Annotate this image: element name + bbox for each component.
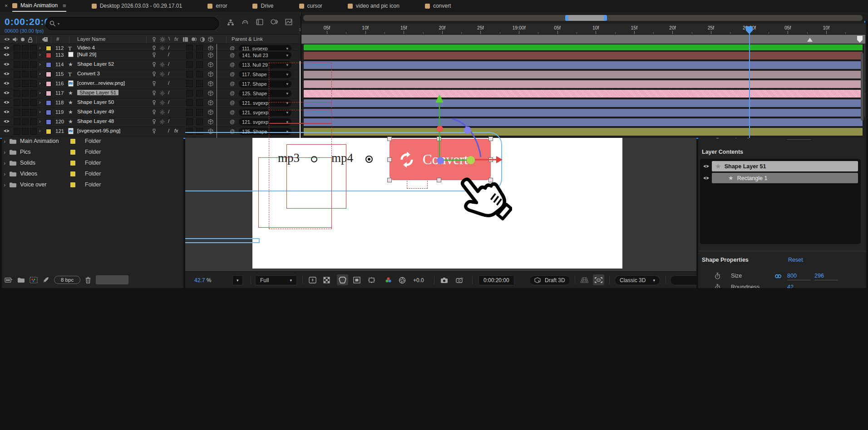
layer-row[interactable]: ›117★Shape Layer 51/@125. Shape▾ <box>0 89 300 98</box>
lock-toggle[interactable] <box>30 128 37 135</box>
frame-blend-toggle[interactable] <box>186 109 193 116</box>
solo-toggle[interactable] <box>22 99 29 106</box>
parent-dropdown[interactable]: 141. Null 23▾ <box>239 52 291 59</box>
snapshot-camera-icon[interactable] <box>440 272 448 288</box>
layer-expander-icon[interactable]: › <box>39 45 41 50</box>
project-item-name[interactable]: Pics <box>20 149 31 155</box>
mp4-radio-selected[interactable] <box>365 156 373 163</box>
quality-switch[interactable]: / <box>168 118 169 124</box>
eye-icon[interactable] <box>700 176 712 180</box>
label-color-chip[interactable] <box>70 160 76 166</box>
pickwhip-icon[interactable]: @ <box>230 81 235 86</box>
eye-icon[interactable] <box>3 91 10 95</box>
quality-switch[interactable]: / <box>168 90 169 95</box>
motion-blur-toggle[interactable] <box>196 90 203 97</box>
timeline-tab[interactable]: video and pic icon <box>348 0 399 12</box>
solo-toggle[interactable] <box>22 128 29 135</box>
lock-toggle[interactable] <box>30 90 37 97</box>
timeline-scrollbar[interactable] <box>861 53 863 121</box>
selection-handle[interactable] <box>488 137 493 141</box>
layer-row[interactable]: ›119★Shape Layer 49/@121. svgexp▾ <box>0 108 300 117</box>
motion-blur-toggle[interactable] <box>196 61 203 68</box>
eye-icon[interactable] <box>700 164 712 168</box>
selection-handle[interactable] <box>437 178 441 182</box>
lock-toggle[interactable] <box>30 71 37 78</box>
layer-contents-item[interactable]: ★Shape Layer 51 <box>700 161 861 172</box>
timeline-tab[interactable]: Drive <box>252 0 273 12</box>
eye-icon[interactable] <box>3 46 10 50</box>
draft-3d-button[interactable]: Draft 3D <box>529 272 570 288</box>
keyframe-marker[interactable] <box>807 38 813 42</box>
mp3-radio-unselected[interactable] <box>311 156 317 162</box>
eye-icon[interactable] <box>3 129 10 133</box>
rasterize-switch[interactable] <box>160 72 165 77</box>
quality-switch[interactable]: / <box>168 61 169 67</box>
collapse-switch[interactable] <box>151 128 157 134</box>
row-expander-icon[interactable]: › <box>4 149 5 156</box>
layer-expander-icon[interactable]: › <box>39 99 41 105</box>
solo-toggle[interactable] <box>22 109 29 116</box>
layer-expander-icon[interactable]: › <box>39 128 41 133</box>
layer-duration-bar[interactable] <box>304 71 863 78</box>
3d-layer-switch[interactable] <box>208 81 213 87</box>
pickwhip-icon[interactable]: @ <box>230 109 235 115</box>
rasterize-switch[interactable] <box>160 119 165 124</box>
layer-name[interactable]: [Null 29] <box>77 52 96 57</box>
3d-gizmo-view-icon[interactable] <box>593 274 604 285</box>
layer-label-chip[interactable] <box>46 110 51 115</box>
quality-switch[interactable]: / <box>168 52 169 57</box>
timeline-tab[interactable]: Main Animation≡ <box>12 0 66 12</box>
motion-blur-toggle[interactable] <box>196 80 203 87</box>
layer-label-chip[interactable] <box>46 100 51 106</box>
layer-label-chip[interactable] <box>46 119 51 125</box>
project-item-name[interactable]: Videos <box>20 171 37 177</box>
audio-toggle[interactable] <box>14 128 20 135</box>
project-row[interactable]: ›SolidsFolder <box>2 158 183 169</box>
eye-icon[interactable] <box>3 72 10 76</box>
time-ruler[interactable]: 05f10f15f20f25f19:00f05f10f15f20f25f20:0… <box>301 24 865 34</box>
eye-icon[interactable] <box>3 62 10 66</box>
collapse-switch[interactable] <box>151 52 157 58</box>
quality-switch[interactable]: / <box>168 99 169 105</box>
layer-expander-icon[interactable]: › <box>39 90 41 95</box>
exposure-shutter-icon[interactable] <box>399 272 406 288</box>
audio-toggle[interactable] <box>14 80 20 87</box>
3d-layer-switch[interactable] <box>208 45 213 51</box>
property-value[interactable]: 296 <box>814 273 838 280</box>
layer-name[interactable]: Convert 3 <box>77 71 100 76</box>
audio-toggle[interactable] <box>14 71 20 78</box>
layer-duration-bar[interactable] <box>304 109 863 117</box>
project-item-name[interactable]: Voice over <box>20 181 46 188</box>
audio-toggle[interactable] <box>14 90 20 97</box>
solo-column-icon[interactable] <box>21 38 25 41</box>
selection-handle[interactable] <box>387 137 392 141</box>
eye-icon[interactable] <box>3 119 10 123</box>
motion-blur-toggle[interactable] <box>196 45 203 51</box>
frame-blend-toggle[interactable] <box>186 90 193 97</box>
frame-blend-toggle[interactable] <box>186 99 193 106</box>
frame-blend-toggle[interactable] <box>186 45 193 51</box>
layer-row[interactable]: ›116[conver...review.png]/@117. Shape▾ <box>0 79 300 89</box>
audio-toggle[interactable] <box>14 99 20 106</box>
motion-blur-toggle[interactable] <box>196 99 203 106</box>
lock-toggle[interactable] <box>30 109 37 116</box>
layer-duration-bar[interactable] <box>304 80 863 88</box>
selection-handle[interactable] <box>437 137 441 141</box>
pickwhip-icon[interactable]: @ <box>230 62 235 67</box>
transparency-grid-icon[interactable] <box>323 272 330 288</box>
stopwatch-icon[interactable] <box>715 284 720 288</box>
audio-toggle[interactable] <box>14 118 20 125</box>
label-color-chip[interactable] <box>70 149 76 155</box>
frame-blend-toggle[interactable] <box>186 118 193 125</box>
layer-name[interactable]: Shape Layer 50 <box>77 99 114 105</box>
collapse-switch[interactable] <box>151 45 157 51</box>
stopwatch-icon[interactable] <box>715 273 720 279</box>
timeline-close-icon[interactable]: × <box>5 3 8 9</box>
property-value[interactable]: 800 <box>787 273 811 280</box>
solo-toggle[interactable] <box>22 61 29 68</box>
layer-label-chip[interactable] <box>46 81 51 87</box>
3d-layer-switch[interactable] <box>208 52 213 58</box>
timeline-navigator-bar[interactable] <box>303 15 863 21</box>
pickwhip-icon[interactable]: @ <box>230 119 235 124</box>
label-column-icon[interactable] <box>42 37 48 42</box>
